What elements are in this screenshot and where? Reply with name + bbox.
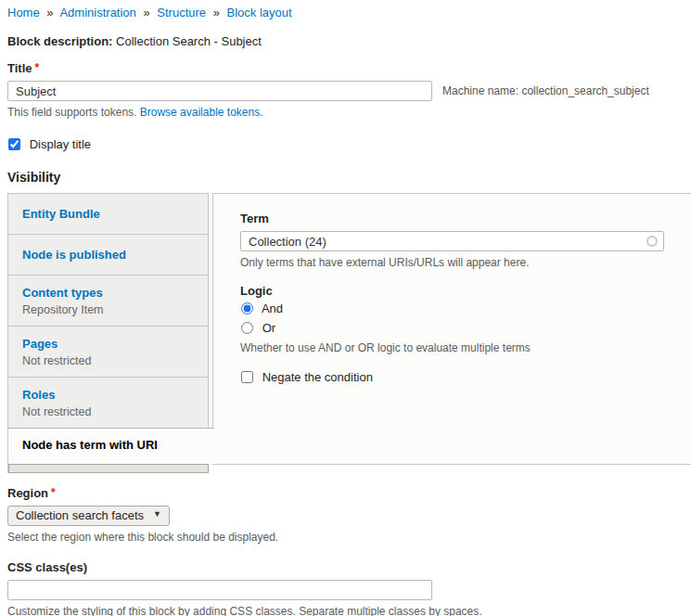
logic-or-label: Or [262,321,275,335]
tab-label: Content types [22,285,195,301]
tab-label: Roles [22,387,195,403]
css-classes-section: CSS class(es) Customize the styling of t… [7,560,689,616]
tab-summary: Repository Item [22,303,195,317]
visibility-tab-pane: Term Only terms that have external URIs/… [212,193,691,465]
browse-tokens-link[interactable]: Browse available tokens. [140,106,263,119]
tab-content-types[interactable]: Content types Repository Item [8,276,209,327]
tab-summary: Not restricted [22,405,195,419]
logic-or-radio[interactable] [241,322,253,334]
display-title-row: Display title [7,137,689,152]
tab-label: Entity Bundle [22,206,195,222]
negate-condition-option[interactable]: Negate the condition [240,370,373,384]
tab-pages[interactable]: Pages Not restricted [8,327,209,378]
logic-and-label: And [262,302,283,315]
breadcrumb-link-administration[interactable]: Administration [59,6,135,19]
region-select[interactable]: Collection search facets [7,506,170,526]
region-label: Region* [7,486,689,500]
block-description: Block description: Collection Search - S… [7,34,689,49]
title-label: Title* [7,61,689,75]
region-label-text: Region [7,486,48,500]
negate-condition-label: Negate the condition [262,370,373,384]
css-classes-label: CSS class(es) [7,560,689,574]
required-marker: * [35,61,40,74]
display-title-checkbox[interactable] [8,138,20,150]
breadcrumb-link-structure[interactable]: Structure [157,6,206,19]
breadcrumb: Home » Administration » Structure » Bloc… [7,5,689,20]
logic-label: Logic [240,284,664,298]
tab-roles[interactable]: Roles Not restricted [8,378,209,429]
logic-option-or[interactable]: Or [240,319,664,337]
breadcrumb-separator: » [213,6,220,19]
display-title-option[interactable]: Display title [7,137,91,151]
tab-label: Node has term with URI [22,437,196,453]
title-description: This field supports tokens. Browse avail… [7,106,689,120]
visibility-heading: Visibility [7,170,689,185]
tab-label: Pages [22,336,195,352]
visibility-tabs-menu: Entity Bundle Node is published Content … [7,193,209,473]
logic-option-and[interactable]: And [240,300,664,317]
logic-description: Whether to use AND or OR logic to evalua… [240,341,664,355]
region-field-section: Region* Collection search facets ▼ Selec… [7,486,689,545]
machine-name-text: Machine name: collection_search_subject [442,84,649,97]
breadcrumb-separator: » [46,6,53,19]
title-input[interactable] [7,81,432,101]
breadcrumb-link-block-layout[interactable]: Block layout [227,6,292,19]
visibility-vertical-tabs: Entity Bundle Node is published Content … [7,193,689,473]
logic-or-option[interactable]: Or [240,321,275,335]
tab-label: Node is published [22,247,195,263]
tabs-menu-footer-strip [8,464,209,473]
term-autocomplete-input[interactable] [240,231,664,251]
breadcrumb-link-home[interactable]: Home [7,6,40,19]
display-title-label: Display title [30,137,91,151]
negate-condition-row: Negate the condition [240,369,664,385]
tab-node-has-term-with-uri[interactable]: Node has term with URI [8,428,214,464]
term-label: Term [240,212,664,225]
term-description: Only terms that have external URIs/URLs … [240,256,664,270]
tab-node-is-published[interactable]: Node is published [8,235,209,276]
block-description-value: Collection Search - Subject [116,34,262,48]
css-classes-input[interactable] [7,580,432,600]
title-label-text: Title [7,61,32,75]
negate-condition-checkbox[interactable] [241,371,253,383]
title-field-section: Title* Machine name: collection_search_s… [7,61,689,120]
title-description-text: This field supports tokens. [7,106,136,119]
region-description: Select the region where this block shoul… [7,531,689,545]
autocomplete-circle-icon [646,236,658,247]
required-marker: * [51,486,56,499]
breadcrumb-separator: » [143,6,149,19]
block-description-label: Block description: [7,34,112,48]
logic-section: Logic And Or Whether to use AND or OR lo… [240,284,664,355]
tab-summary: Not restricted [22,354,195,368]
logic-and-option[interactable]: And [240,302,283,315]
logic-and-radio[interactable] [241,302,253,314]
tab-entity-bundle[interactable]: Entity Bundle [8,194,209,235]
css-classes-description: Customize the styling of this block by a… [7,605,689,616]
